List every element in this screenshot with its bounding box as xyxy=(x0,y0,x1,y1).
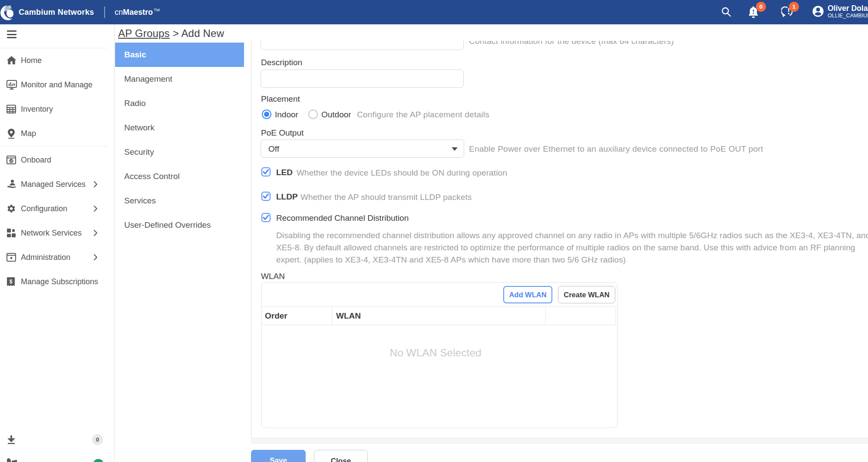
svg-text:$: $ xyxy=(10,279,13,285)
